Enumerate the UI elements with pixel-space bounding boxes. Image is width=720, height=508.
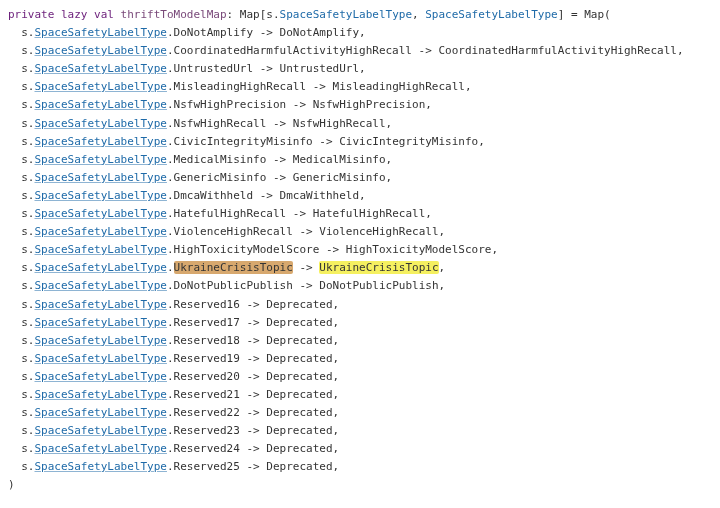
line-prefix: s. [8, 388, 35, 401]
enum-member-right: DoNotPublicPublish [319, 279, 438, 292]
arrow: -> [306, 80, 333, 93]
arrow: -> [240, 352, 267, 365]
comma: , [386, 153, 393, 166]
modifiers: private lazy val [8, 8, 114, 21]
enum-type: SpaceSafetyLabelType [35, 298, 167, 311]
line-prefix: s. [8, 406, 35, 419]
code-block: private lazy val thriftToModelMap: Map[s… [0, 0, 720, 501]
enum-type: SpaceSafetyLabelType [35, 334, 167, 347]
dot: . [167, 26, 174, 39]
comma: , [333, 316, 340, 329]
enum-member-left: UntrustedUrl [174, 62, 253, 75]
enum-member-right: Deprecated [266, 352, 332, 365]
enum-member-right: Deprecated [266, 334, 332, 347]
enum-member-left: NsfwHighPrecision [174, 98, 287, 111]
enum-member-right: HatefulHighRecall [313, 207, 426, 220]
enum-member-left: Reserved23 [174, 424, 240, 437]
line-prefix: s. [8, 243, 35, 256]
enum-member-left: CoordinatedHarmfulActivityHighRecall [174, 44, 412, 57]
enum-member-left: Reserved20 [174, 370, 240, 383]
comma: , [677, 44, 684, 57]
comma: , [439, 261, 446, 274]
comma: , [491, 243, 498, 256]
enum-member-left: DoNotAmplify [174, 26, 253, 39]
line-prefix: s. [8, 261, 35, 274]
line-prefix: s. [8, 316, 35, 329]
arrow: -> [240, 370, 267, 383]
enum-type: SpaceSafetyLabelType [35, 370, 167, 383]
line-prefix: s. [8, 334, 35, 347]
arrow: -> [240, 406, 267, 419]
dot: . [167, 171, 174, 184]
arrow: -> [253, 26, 280, 39]
enum-type: SpaceSafetyLabelType [35, 26, 167, 39]
enum-member-right: CoordinatedHarmfulActivityHighRecall [439, 44, 677, 57]
enum-type: SpaceSafetyLabelType [35, 44, 167, 57]
dot: . [167, 117, 174, 130]
line-prefix: s. [8, 370, 35, 383]
enum-member-left: MedicalMisinfo [174, 153, 267, 166]
arrow: -> [240, 316, 267, 329]
enum-member-right: Deprecated [266, 442, 332, 455]
dot: . [167, 424, 174, 437]
arrow: -> [319, 243, 346, 256]
enum-member-left: Reserved21 [174, 388, 240, 401]
dot: . [167, 442, 174, 455]
line-prefix: s. [8, 207, 35, 220]
dot: . [167, 406, 174, 419]
dot: . [167, 98, 174, 111]
enum-type: SpaceSafetyLabelType [35, 352, 167, 365]
enum-type: SpaceSafetyLabelType [35, 135, 167, 148]
enum-member-right: Deprecated [266, 424, 332, 437]
arrow: -> [253, 189, 280, 202]
dot: . [167, 153, 174, 166]
enum-type: SpaceSafetyLabelType [35, 279, 167, 292]
comma: , [359, 26, 366, 39]
line-prefix: s. [8, 460, 35, 473]
enum-member-right: HighToxicityModelScore [346, 243, 492, 256]
line-prefix: s. [8, 298, 35, 311]
enum-member-left: UkraineCrisisTopic [174, 261, 293, 274]
line-prefix: s. [8, 98, 35, 111]
enum-type: SpaceSafetyLabelType [35, 316, 167, 329]
line-prefix: s. [8, 352, 35, 365]
dot: . [167, 243, 174, 256]
type-name-2: SpaceSafetyLabelType [425, 8, 557, 21]
enum-member-right: NsfwHighRecall [293, 117, 386, 130]
arrow: -> [266, 171, 293, 184]
arrow: -> [293, 279, 320, 292]
comma: , [333, 406, 340, 419]
enum-member-left: HighToxicityModelScore [174, 243, 320, 256]
line-prefix: s. [8, 442, 35, 455]
arrow: -> [240, 460, 267, 473]
enum-member-right: CivicIntegrityMisinfo [339, 135, 478, 148]
type-name-1: SpaceSafetyLabelType [280, 8, 412, 21]
enum-member-left: Reserved18 [174, 334, 240, 347]
enum-type: SpaceSafetyLabelType [35, 62, 167, 75]
line-prefix: s. [8, 26, 35, 39]
arrow: -> [412, 44, 439, 57]
line-prefix: s. [8, 225, 35, 238]
enum-type: SpaceSafetyLabelType [35, 207, 167, 220]
dot: . [167, 370, 174, 383]
line-prefix: s. [8, 171, 35, 184]
arrow: -> [286, 98, 313, 111]
type-mid: , [412, 8, 425, 21]
comma: , [439, 279, 446, 292]
dot: . [167, 44, 174, 57]
arrow: -> [293, 261, 320, 274]
comma: , [386, 117, 393, 130]
dot: . [167, 189, 174, 202]
enum-member-left: Reserved22 [174, 406, 240, 419]
type-prefix: : Map[s. [227, 8, 280, 21]
dot: . [167, 334, 174, 347]
comma: , [333, 442, 340, 455]
line-prefix: s. [8, 424, 35, 437]
line-prefix: s. [8, 135, 35, 148]
enum-type: SpaceSafetyLabelType [35, 80, 167, 93]
line-prefix: s. [8, 279, 35, 292]
comma: , [359, 189, 366, 202]
enum-member-left: NsfwHighRecall [174, 117, 267, 130]
enum-type: SpaceSafetyLabelType [35, 261, 167, 274]
enum-member-left: MisleadingHighRecall [174, 80, 306, 93]
